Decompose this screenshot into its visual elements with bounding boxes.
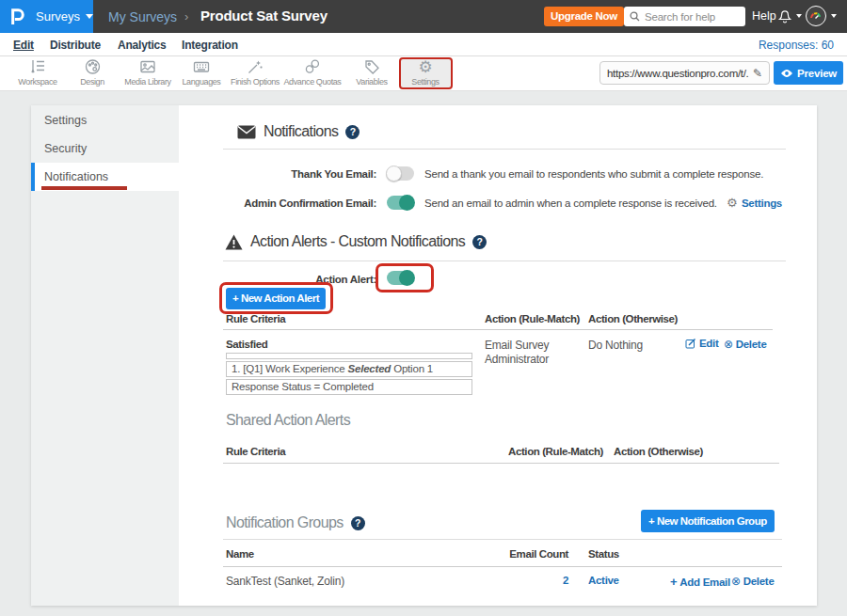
table-header-line <box>223 463 779 464</box>
new-action-alert-button[interactable]: + New Action Alert <box>226 288 326 309</box>
delete-group-link[interactable]: ⊗ Delete <box>731 575 774 588</box>
criteria-bar <box>226 353 472 359</box>
delete-icon: ⊗ <box>724 338 733 351</box>
col-rule-criteria: Rule Criteria <box>226 313 285 324</box>
notifications-underline-annotation <box>41 186 127 190</box>
divider <box>223 149 786 150</box>
warning-icon <box>225 234 243 250</box>
help-icon[interactable] <box>345 125 360 139</box>
action-alert-label: Action Alert: <box>188 274 376 285</box>
section-title: Notifications <box>264 123 338 140</box>
admin-confirmation-label: Admin Confirmation Email: <box>188 197 376 209</box>
col-email-count: Email Count <box>508 548 568 560</box>
add-email-link[interactable]: + Add Email <box>670 575 730 589</box>
table-header-line <box>223 329 773 330</box>
criteria-item: 1. [Q1] Work Experience Selected Option … <box>226 361 472 377</box>
group-name-cell: SankTest (Sanket, Zolin) <box>226 575 344 588</box>
col-rule-criteria: Rule Criteria <box>226 446 285 457</box>
action-otherwise-cell: Do Nothing <box>588 339 643 352</box>
thank-you-email-label: Thank You Email: <box>188 168 376 180</box>
table-header-line <box>223 566 782 567</box>
col-action-match: Action (Rule-Match) <box>485 313 580 324</box>
notifications-header: Notifications <box>237 123 360 140</box>
help-icon[interactable] <box>472 235 487 249</box>
divider <box>223 261 786 261</box>
sidebar-item-settings[interactable]: Settings <box>31 106 179 134</box>
thank-you-email-description: Send a thank you email to respondents wh… <box>424 168 763 180</box>
email-count-link[interactable]: 2 <box>527 575 568 586</box>
action-alert-toggle[interactable] <box>387 271 414 285</box>
table-top-line <box>223 539 782 540</box>
section-title: Action Alerts - Custom Notifications <box>250 233 465 250</box>
notification-groups-header: Notification Groups <box>226 514 365 531</box>
admin-settings-link[interactable]: Settings <box>742 197 782 209</box>
col-action-otherwise: Action (Otherwise) <box>588 313 678 324</box>
col-status: Status <box>588 548 619 560</box>
delete-icon: ⊗ <box>731 575 741 588</box>
sidebar-item-security[interactable]: Security <box>31 134 179 163</box>
thank-you-email-toggle[interactable] <box>387 166 414 181</box>
rule-status: Satisfied <box>226 339 267 350</box>
section-title: Notification Groups <box>226 514 344 531</box>
delete-alert-link[interactable]: ⊗ Delete <box>724 338 766 351</box>
action-alerts-header: Action Alerts - Custom Notifications <box>225 233 487 250</box>
admin-confirmation-description: Send an email to admin when a complete r… <box>424 197 717 209</box>
criteria-item: Response Status = Completed <box>226 379 472 395</box>
admin-confirmation-toggle[interactable] <box>387 196 414 210</box>
settings-content: Settings Security Notifications Notifica… <box>0 0 847 616</box>
edit-icon <box>685 338 696 349</box>
envelope-icon <box>237 125 256 139</box>
admin-settings-gear-icon[interactable]: ⚙ <box>727 196 738 210</box>
col-action-otherwise: Action (Otherwise) <box>614 446 703 457</box>
edit-alert-link[interactable]: Edit <box>685 338 719 349</box>
new-notification-group-button[interactable]: + New Notification Group <box>641 510 775 532</box>
shared-alerts-title: Shared Action Alerts <box>226 412 350 429</box>
col-name: Name <box>226 548 254 560</box>
group-status-link[interactable]: Active <box>588 575 619 586</box>
col-action-match: Action (Rule-Match) <box>508 446 603 457</box>
help-icon[interactable] <box>351 516 365 530</box>
action-match-cell: Email SurveyAdministrator <box>485 339 574 367</box>
